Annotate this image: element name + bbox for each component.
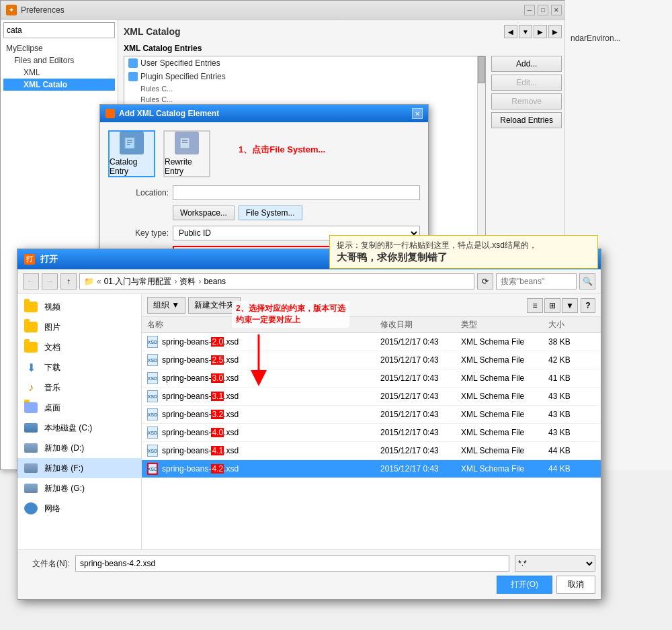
panel-nav-buttons: ◀ ▼ ▶ ▶ bbox=[504, 25, 562, 38]
file-row-5[interactable]: XSDspring-beans-4.0.xsd 2015/12/17 0:43 … bbox=[142, 424, 601, 442]
tooltip-line1: 提示：复制的那一行粘贴到这里，特点是以.xsd结尾的， bbox=[337, 240, 537, 250]
file-row-0[interactable]: XSDspring-beans-2.0.xsd 2015/12/17 0:43 … bbox=[142, 333, 601, 351]
path-part1: 01.入门与常用配置 bbox=[104, 276, 172, 287]
add-button[interactable]: Add... bbox=[491, 56, 562, 72]
file-row-1[interactable]: XSDspring-beans-2.5.xsd 2015/12/17 0:43 … bbox=[142, 351, 601, 369]
help-button[interactable]: ? bbox=[581, 298, 595, 313]
nav-label-drive-f: 新加卷 (F:) bbox=[44, 463, 83, 474]
catalog-entry-icon bbox=[120, 132, 144, 154]
nav-item-desktop[interactable]: 桌面 bbox=[17, 398, 141, 418]
dialog-bottom-buttons: 打开(O) 取消 bbox=[23, 576, 595, 594]
file-row-7[interactable]: XSDspring-beans-4.2.xsd 2015/12/17 0:43 … bbox=[142, 460, 601, 478]
panel-title: XML Catalog bbox=[124, 26, 504, 37]
nav-label-drive-d: 新加卷 (D:) bbox=[44, 443, 84, 454]
view-btn-1[interactable]: ≡ bbox=[527, 298, 543, 313]
nav-pane: 视频 图片 文档 ⬇ 下载 ♪ 音乐 桌面 bbox=[17, 294, 142, 549]
sidebar-item-xml-catalog[interactable]: XML Catalo bbox=[3, 79, 115, 91]
forward-btn[interactable]: → bbox=[42, 273, 58, 289]
nav-item-drive-g[interactable]: 新加卷 (G:) bbox=[17, 478, 141, 498]
new-folder-button[interactable]: 新建文件夹 bbox=[188, 297, 241, 314]
up-btn[interactable]: ↑ bbox=[60, 273, 77, 289]
file-row-6[interactable]: XSDspring-beans-4.1.xsd 2015/12/17 0:43 … bbox=[142, 442, 601, 460]
refresh-btn[interactable]: ⟳ bbox=[477, 273, 493, 289]
path-breadcrumb[interactable]: 📁 « 01.入门与常用配置 › 资料 › beans bbox=[79, 273, 474, 289]
user-specified-entries[interactable]: User Specified Entries bbox=[124, 56, 485, 70]
nav-label-drive-g: 新加卷 (G:) bbox=[44, 483, 85, 494]
sidebar-item-xml[interactable]: XML bbox=[3, 66, 115, 79]
catalog-entry-1: Rules C... bbox=[124, 94, 485, 105]
nav-item-video[interactable]: 视频 bbox=[17, 297, 141, 317]
location-input[interactable] bbox=[173, 185, 420, 200]
view-dropdown[interactable]: ▼ bbox=[562, 298, 578, 313]
workspace-button[interactable]: Workspace... bbox=[173, 206, 235, 220]
nav-item-downloads[interactable]: ⬇ 下载 bbox=[17, 357, 141, 377]
file-row-3[interactable]: XSDspring-beans-3.1.xsd 2015/12/17 0:43 … bbox=[142, 388, 601, 406]
file-row-2[interactable]: XSDspring-beans-3.0.xsd 2015/12/17 0:43 … bbox=[142, 369, 601, 388]
nav-label-downloads: 下载 bbox=[44, 362, 60, 373]
open-button[interactable]: 打开(O) bbox=[497, 576, 552, 594]
dialog-title: Add XML Catalog Element bbox=[119, 109, 412, 118]
plugin-specified-entries[interactable]: Plugin Specified Entries bbox=[124, 70, 485, 83]
nav-item-music[interactable]: ♪ 音乐 bbox=[17, 377, 141, 398]
dialog-close-btn[interactable]: ✕ bbox=[412, 108, 423, 119]
file-list: XSDspring-beans-2.0.xsd 2015/12/17 0:43 … bbox=[142, 333, 601, 549]
nav-item-network[interactable]: 网络 bbox=[17, 498, 141, 519]
search-input[interactable] bbox=[3, 22, 115, 38]
svg-rect-0 bbox=[125, 138, 134, 148]
file-system-button[interactable]: File System... bbox=[239, 206, 302, 220]
path-root-icon: 📁 bbox=[84, 277, 94, 286]
catalog-entry-btn[interactable]: Catalog Entry bbox=[108, 130, 155, 177]
sidebar-item-files-editors[interactable]: Files and Editors bbox=[3, 54, 115, 66]
path-part2: 资料 bbox=[179, 276, 196, 287]
nav-back-btn[interactable]: ◀ bbox=[504, 25, 517, 38]
nav-label-music: 音乐 bbox=[44, 382, 60, 394]
open-dialog-toolbar: ← → ↑ 📁 « 01.入门与常用配置 › 资料 › beans ⟳ 🔍 bbox=[17, 269, 601, 294]
back-btn[interactable]: ← bbox=[23, 273, 39, 289]
nav-fwd2-btn[interactable]: ▶ bbox=[548, 25, 562, 38]
window-controls: ─ □ ✕ bbox=[524, 5, 562, 15]
sidebar-item-myeclipse[interactable]: MyEclipse bbox=[3, 42, 115, 54]
filename-row: 文件名(N): *.* bbox=[23, 555, 595, 572]
nav-down-btn[interactable]: ▼ bbox=[519, 25, 532, 38]
remove-button[interactable]: Remove bbox=[491, 93, 562, 109]
maximize-btn[interactable]: □ bbox=[538, 5, 548, 15]
location-row: Location: bbox=[108, 185, 420, 200]
nav-label-network: 网络 bbox=[44, 503, 60, 514]
key-type-label: Key type: bbox=[108, 228, 169, 238]
open-dialog-body: 视频 图片 文档 ⬇ 下载 ♪ 音乐 桌面 bbox=[17, 294, 601, 549]
nav-item-drive-f[interactable]: 新加卷 (F:) bbox=[17, 458, 141, 478]
nav-item-drive-d[interactable]: 新加卷 (D:) bbox=[17, 438, 141, 458]
open-dialog-bottom: 文件名(N): *.* 打开(O) 取消 bbox=[17, 549, 601, 599]
reload-button[interactable]: Reload Entries bbox=[491, 112, 562, 128]
file-list-header: 名称 修改日期 类型 大小 bbox=[142, 317, 601, 333]
rewrite-entry-btn[interactable]: Rewrite Entry bbox=[163, 130, 210, 177]
catalog-entry-0: Rules C... bbox=[124, 83, 485, 94]
search-icon-btn[interactable]: 🔍 bbox=[579, 273, 595, 289]
filename-input[interactable] bbox=[75, 555, 509, 572]
edit-button[interactable]: Edit... bbox=[491, 75, 562, 91]
minimize-btn[interactable]: ─ bbox=[524, 5, 535, 15]
nav-item-pictures[interactable]: 图片 bbox=[17, 317, 141, 337]
location-label: Location: bbox=[108, 188, 169, 197]
nav-fwd1-btn[interactable]: ▶ bbox=[534, 25, 547, 38]
view-btn-2[interactable]: ⊞ bbox=[544, 298, 560, 313]
nav-label-desktop: 桌面 bbox=[44, 402, 60, 414]
filetype-select[interactable]: *.* bbox=[515, 555, 595, 572]
nav-item-docs[interactable]: 文档 bbox=[17, 337, 141, 357]
nav-item-drive-c[interactable]: 本地磁盘 (C:) bbox=[17, 418, 141, 438]
right-entry-1: ndarEnviron... bbox=[571, 34, 667, 43]
view-buttons: ≡ ⊞ ▼ bbox=[527, 298, 578, 313]
open-file-dialog: 打 打开 ✕ ← → ↑ 📁 « 01.入门与常用配置 › 资料 › beans… bbox=[17, 249, 601, 600]
file-row-4[interactable]: XSDspring-beans-3.2.xsd 2015/12/17 0:43 … bbox=[142, 406, 601, 424]
user-entries-icon bbox=[128, 58, 138, 68]
nav-label-video: 视频 bbox=[44, 302, 60, 313]
col-date: 修改日期 bbox=[380, 319, 461, 330]
path-part3: beans bbox=[204, 277, 226, 286]
organize-button[interactable]: 组织 ▼ bbox=[147, 297, 185, 314]
nav-label-docs: 文档 bbox=[44, 342, 60, 353]
rewrite-entry-icon bbox=[175, 132, 199, 154]
close-btn[interactable]: ✕ bbox=[551, 5, 562, 15]
search-box-input[interactable] bbox=[496, 273, 577, 289]
open-dialog-icon: 打 bbox=[24, 254, 35, 265]
cancel-button[interactable]: 取消 bbox=[556, 576, 595, 594]
